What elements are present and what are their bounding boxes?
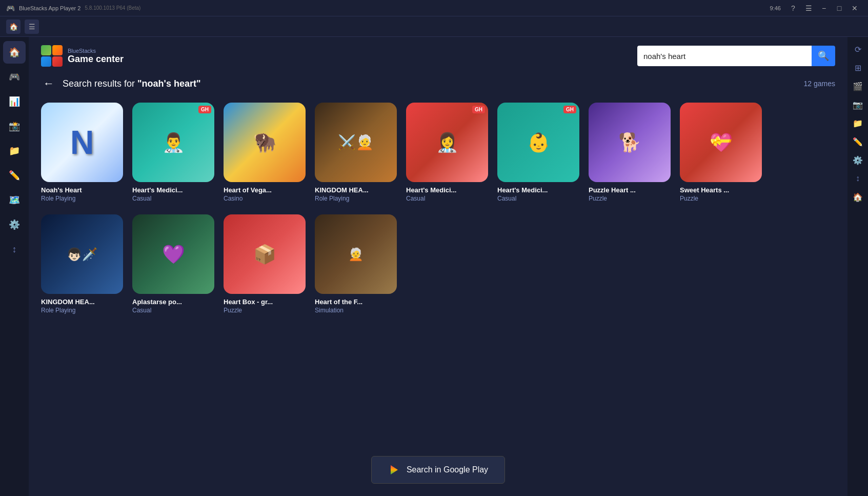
heart-fox-art: 🧑‍🦳 [315,214,397,294]
close-button[interactable]: ✕ [847,3,862,14]
game-thumbnail-hearts-medici-3: 👶 GH [497,103,579,182]
game-name-hearts-medici-3: Heart's Medici... [497,186,579,194]
game-card-noahs-heart[interactable]: N Noah's Heart Role Playing [41,103,123,202]
game-card-sweet-hearts[interactable]: 💝 Sweet Hearts ... Puzzle [680,103,762,202]
game-name-hearts-medici-1: Heart's Medici... [132,186,214,194]
toolbar-home-icon[interactable]: 🏠 [6,19,21,34]
search-button[interactable]: 🔍 [812,46,835,66]
games-grid: N Noah's Heart Role Playing 👨‍⚕️ GH Hear… [29,98,847,446]
game-genre-heart-box: Puzzle [224,307,306,314]
sidebar-item-resize[interactable]: ↕️ [3,238,26,261]
brand-label: BlueStacks [68,48,124,54]
kingdom2-art: 👦🏻🗡️ [41,214,123,294]
title-bar-left: 🎮 BlueStacks App Player 2 5.8.100.1013 P… [6,4,770,12]
kingdom1-art: ⚔️🧑‍🦳 [315,103,397,182]
game-card-heart-box[interactable]: 📦 Heart Box - gr... Puzzle [224,214,306,314]
right-sidebar-camera[interactable]: 📷 [850,96,866,113]
sidebar-item-games[interactable]: 🎮 [3,66,26,88]
game-genre-sweet-hearts: Puzzle [680,195,762,202]
game-thumbnail-kingdom2: 👦🏻🗡️ [41,214,123,294]
right-sidebar-refresh[interactable]: ⟳ [850,41,866,57]
game-genre-puzzle-heart: Puzzle [589,195,671,202]
game-card-hearts-medici-2[interactable]: 👩‍⚕️ GH Heart's Medici... Casual [406,103,488,202]
bluestacks-icons [41,45,63,67]
game-card-hearts-medici-1[interactable]: 👨‍⚕️ GH Heart's Medici... Casual [132,103,214,202]
header: BlueStacks Game center 🔍 [29,37,847,73]
sidebar-item-stats[interactable]: 📊 [3,90,26,113]
results-title: Search results for "noah's heart" [63,78,200,89]
bs-icon-4 [52,56,63,67]
right-sidebar-folder[interactable]: 📁 [850,115,866,131]
heart-vega-art: 🦬 [224,103,306,182]
gh-badge-2: GH [472,106,485,113]
game-center-label: Game center [68,54,124,65]
game-thumbnail-heart-box: 📦 [224,214,306,294]
header-logo: BlueStacks Game center [41,45,124,67]
back-button[interactable]: ← [41,75,56,92]
games-row-1: N Noah's Heart Role Playing 👨‍⚕️ GH Hear… [41,103,835,202]
maximize-button[interactable]: □ [832,3,846,14]
title-bar: 🎮 BlueStacks App Player 2 5.8.100.1013 P… [0,0,868,16]
game-name-heart-box: Heart Box - gr... [224,298,306,306]
sidebar-item-home[interactable]: 🏠 [3,41,26,64]
sidebar-item-files[interactable]: 📁 [3,140,26,162]
game-thumbnail-aplastarse: 💜 [132,214,214,294]
google-play-section: Search in Google Play [29,446,847,496]
game-name-puzzle-heart: Puzzle Heart ... [589,186,671,194]
right-sidebar-resize[interactable]: ↕️ [850,170,866,187]
gh-badge-3: GH [563,106,576,113]
results-header: ← Search results for "noah's heart" 12 g… [29,73,847,98]
minimize-button[interactable]: − [817,3,831,14]
app-title: BlueStacks App Player 2 [19,5,80,11]
toolbar-menu-icon[interactable]: ☰ [25,19,39,34]
app-icon: 🎮 [6,4,15,12]
game-card-kingdom2[interactable]: 👦🏻🗡️ KINGDOM HEA... Role Playing [41,214,123,314]
help-button[interactable]: ? [786,3,800,14]
game-thumbnail-noahs-heart: N [41,103,123,182]
game-name-kingdom2: KINGDOM HEA... [41,298,123,306]
sidebar-item-settings[interactable]: ⚙️ [3,213,26,236]
sidebar-item-map[interactable]: 🗺️ [3,189,26,211]
google-play-button[interactable]: Search in Google Play [371,456,505,484]
svg-marker-0 [391,465,398,474]
menu-button[interactable]: ☰ [801,3,816,14]
game-genre-hearts-medici-2: Casual [406,195,488,202]
content-area: BlueStacks Game center 🔍 ← Search result… [29,37,847,496]
main-container: 🏠 🎮 📊 📸 📁 ✏️ 🗺️ ⚙️ ↕️ [0,37,868,496]
game-card-kingdom1[interactable]: ⚔️🧑‍🦳 KINGDOM HEA... Role Playing [315,103,397,202]
sweet-hearts-art: 💝 [680,103,762,182]
game-card-heart-vega[interactable]: 🦬 Heart of Vega... Casino [224,103,306,202]
games-count: 12 games [804,80,835,88]
game-thumbnail-kingdom1: ⚔️🧑‍🦳 [315,103,397,182]
right-sidebar-video[interactable]: 🎬 [850,78,866,94]
game-thumbnail-hearts-medici-1: 👨‍⚕️ GH [132,103,214,182]
game-genre-noahs-heart: Role Playing [41,195,123,202]
game-genre-kingdom1: Role Playing [315,195,397,202]
game-thumbnail-hearts-medici-2: 👩‍⚕️ GH [406,103,488,182]
right-sidebar-settings[interactable]: ⚙️ [850,152,866,168]
time-display: 9:46 [770,5,781,11]
hearts-medici-1-art: 👨‍⚕️ [132,103,214,182]
game-name-kingdom1: KINGDOM HEA... [315,186,397,194]
game-card-hearts-medici-3[interactable]: 👶 GH Heart's Medici... Casual [497,103,579,202]
right-sidebar-home[interactable]: 🏠 [850,189,866,205]
right-sidebar-edit[interactable]: ✏️ [850,133,866,150]
game-name-sweet-hearts: Sweet Hearts ... [680,186,762,194]
game-card-aplastarse[interactable]: 💜 Aplastarse po... Casual [132,214,214,314]
sidebar-item-camera[interactable]: 📸 [3,115,26,137]
google-play-label: Search in Google Play [407,465,488,474]
heart-box-art: 📦 [224,214,306,294]
game-name-hearts-medici-2: Heart's Medici... [406,186,488,194]
noahs-heart-art: N [41,103,123,182]
right-sidebar-grid[interactable]: ⊞ [850,59,866,76]
bs-icon-1 [41,45,51,55]
game-card-heart-fox[interactable]: 🧑‍🦳 Heart of the F... Simulation [315,214,397,314]
sidebar-item-edit[interactable]: ✏️ [3,164,26,187]
left-sidebar: 🏠 🎮 📊 📸 📁 ✏️ 🗺️ ⚙️ ↕️ [0,37,29,496]
game-card-puzzle-heart[interactable]: 🐕 Puzzle Heart ... Puzzle [589,103,671,202]
game-name-heart-vega: Heart of Vega... [224,186,306,194]
game-name-aplastarse: Aplastarse po... [132,298,214,306]
toolbar: 🏠 ☰ [0,16,868,37]
search-input[interactable] [637,46,812,66]
gh-badge-1: GH [198,106,211,113]
